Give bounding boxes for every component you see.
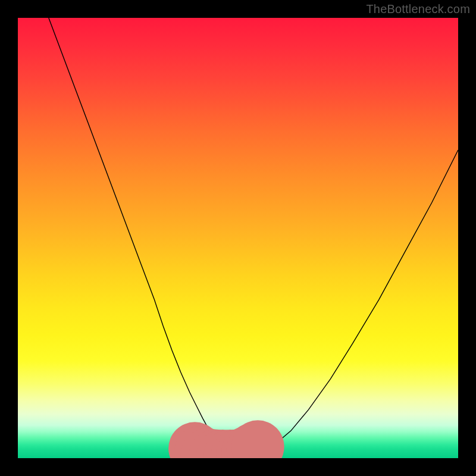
bottom-markers-group	[168, 420, 284, 458]
chart-frame: TheBottleneck.com	[0, 0, 476, 476]
chart-svg	[18, 18, 458, 458]
watermark-text: TheBottleneck.com	[366, 2, 470, 16]
bottom-marker-dot	[231, 420, 284, 458]
bottleneck-curve	[49, 18, 458, 456]
plot-area	[18, 18, 458, 458]
